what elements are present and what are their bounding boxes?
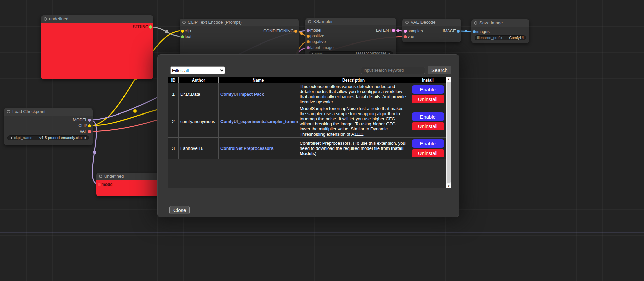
table-row: 1 Dr.Lt.Data ComfyUI Impact Pack This ex… [168, 83, 447, 105]
extension-manager-dialog: Filter: all Search ID Author Name Descri… [157, 54, 459, 217]
samples-input-dot[interactable] [404, 30, 407, 33]
scrollbar-thumb[interactable] [447, 82, 451, 183]
model-output-dot[interactable] [88, 119, 91, 122]
input-slot-clip[interactable]: clip [180, 28, 191, 34]
node-title-text: VAE Decode [411, 20, 435, 25]
output-slot-model[interactable]: MODEL [73, 117, 93, 123]
wire-midpoint-dot [93, 151, 96, 154]
images-input-dot[interactable] [473, 30, 476, 33]
slot-label: LATENT [376, 28, 391, 33]
slot-label: STRING [133, 24, 148, 29]
uninstall-button[interactable]: Uninstall [412, 149, 444, 157]
table-scrollbar[interactable]: ▲ ▼ [446, 77, 451, 188]
output-slot-image[interactable]: IMAGE [443, 28, 461, 34]
scroll-down-arrow-icon[interactable]: ▼ [446, 184, 451, 188]
string-output-dot[interactable] [149, 25, 152, 29]
ckpt-name-widget[interactable]: ◀ ckpt_name v1-5-pruned-emaonly.ckpt ▶ [7, 135, 89, 140]
widget-label: filename_prefix [477, 36, 502, 40]
node-status-dot-icon[interactable] [44, 17, 47, 21]
node-title-bar[interactable]: CLIP Text Encode (Prompt) [180, 19, 299, 26]
text-input-dot[interactable] [181, 35, 184, 38]
clip-input-dot[interactable] [181, 30, 184, 33]
enable-button[interactable]: Enable [412, 85, 444, 94]
enable-button[interactable]: Enable [412, 112, 444, 121]
extension-link[interactable]: ComfyUI Impact Pack [220, 92, 264, 97]
output-slot-vae[interactable]: VAE [80, 129, 93, 135]
filename-prefix-widget[interactable]: filename_prefix ComfyUI [475, 35, 526, 40]
node-clip-text-encode[interactable]: CLIP Text Encode (Prompt) clip CONDITION… [180, 19, 299, 59]
node-vae-decode[interactable]: VAE Decode samples IMAGE vae [402, 19, 461, 42]
slot-label: clip [185, 29, 191, 33]
input-slot-images[interactable]: images [471, 29, 490, 35]
enable-button[interactable]: Enable [412, 139, 444, 148]
node-title-bar[interactable]: Save Image [471, 19, 529, 27]
output-slot-latent[interactable]: LATENT [376, 28, 396, 33]
node-load-checkpoint[interactable]: Load Checkpoint MODEL CLIP VAE ◀ ckpt_na… [4, 108, 93, 145]
vae-output-dot[interactable] [88, 130, 91, 133]
input-slot-samples[interactable]: samples [402, 28, 423, 34]
node-title-bar[interactable]: undefined [41, 15, 153, 23]
slot-label: samples [408, 29, 423, 33]
close-button[interactable]: Close [169, 206, 190, 214]
output-slot-clip[interactable]: CLIP [78, 123, 93, 129]
input-slot-latent-image[interactable]: latent_image [305, 45, 334, 51]
latent-output-dot[interactable] [392, 29, 395, 32]
positive-input-dot[interactable] [307, 35, 310, 38]
extension-link[interactable]: ComfyUI_experiments/sampler_tonemap [220, 119, 298, 124]
node-status-dot-icon[interactable] [182, 21, 186, 24]
extension-table-scrollview[interactable]: ID Author Name Description Install 1 Dr.… [168, 77, 446, 188]
slot-label: IMAGE [443, 29, 456, 33]
node-save-image[interactable]: Save Image images filename_prefix ComfyU… [471, 19, 529, 43]
wire-midpoint-dot [300, 32, 303, 35]
next-arrow-icon[interactable]: ▶ [85, 136, 87, 140]
wire-midpoint-dot [165, 30, 168, 33]
slot-label: vae [408, 34, 414, 39]
search-button[interactable]: Search [428, 66, 451, 74]
node-title-text: CLIP Text Encode (Prompt) [188, 20, 242, 25]
node-status-dot-icon[interactable] [405, 21, 409, 24]
search-input[interactable] [361, 67, 425, 74]
negative-input-dot[interactable] [307, 40, 310, 43]
node-undefined-top[interactable]: undefined STRING [41, 15, 153, 79]
node-body: samples IMAGE vae [402, 26, 461, 42]
widget-label: ckpt_name [14, 136, 32, 140]
uninstall-button[interactable]: Uninstall [412, 122, 444, 130]
clip-output-dot[interactable] [88, 124, 91, 127]
image-output-dot[interactable] [457, 30, 460, 33]
node-title-text: Save Image [479, 20, 503, 25]
scroll-up-arrow-icon[interactable]: ▲ [446, 77, 451, 82]
node-title-text: KSampler [313, 19, 333, 24]
input-slot-text[interactable]: text [180, 34, 191, 40]
node-status-dot-icon[interactable] [99, 175, 102, 178]
input-slot-model[interactable]: model [305, 28, 321, 33]
extension-link[interactable]: ControlNet Preprocessors [220, 146, 274, 151]
header-author: Author [179, 77, 219, 83]
latent-image-input-dot[interactable] [307, 46, 310, 49]
output-slot-string[interactable]: STRING [133, 24, 153, 30]
model-input-dot[interactable] [98, 183, 101, 186]
output-slot-conditioning[interactable]: CONDITIONING [263, 28, 299, 34]
node-title-bar[interactable]: Load Checkpoint [4, 108, 93, 116]
cell-id: 3 [168, 138, 179, 159]
input-slot-model[interactable]: model [96, 182, 113, 188]
slot-label: negative [310, 39, 326, 44]
node-title-bar[interactable]: KSampler [305, 18, 396, 25]
node-status-dot-icon[interactable] [7, 110, 10, 113]
node-graph-canvas[interactable]: undefined STRING CLIP Text Encode (Promp… [0, 0, 644, 281]
input-slot-negative[interactable]: negative [305, 39, 326, 45]
slot-label: VAE [80, 129, 87, 134]
prev-arrow-icon[interactable]: ◀ [10, 136, 12, 140]
model-input-dot[interactable] [307, 29, 310, 32]
uninstall-button[interactable]: Uninstall [412, 95, 444, 103]
node-status-dot-icon[interactable] [308, 20, 311, 23]
node-status-dot-icon[interactable] [474, 21, 477, 25]
filter-select[interactable]: Filter: all [170, 66, 225, 74]
table-row: 3 Fannovel16 ControlNet Preprocessors Co… [168, 138, 447, 159]
node-ksampler[interactable]: KSampler model LATENT positive negative … [305, 18, 396, 58]
node-title-bar[interactable]: VAE Decode [402, 19, 461, 26]
vae-input-dot[interactable] [404, 35, 407, 38]
conditioning-output-dot[interactable] [294, 30, 297, 33]
input-slot-vae[interactable]: vae [402, 34, 414, 40]
input-slot-positive[interactable]: positive [305, 33, 324, 39]
cell-description: ModelSamplerTonemapNoiseTest a node that… [298, 105, 409, 138]
